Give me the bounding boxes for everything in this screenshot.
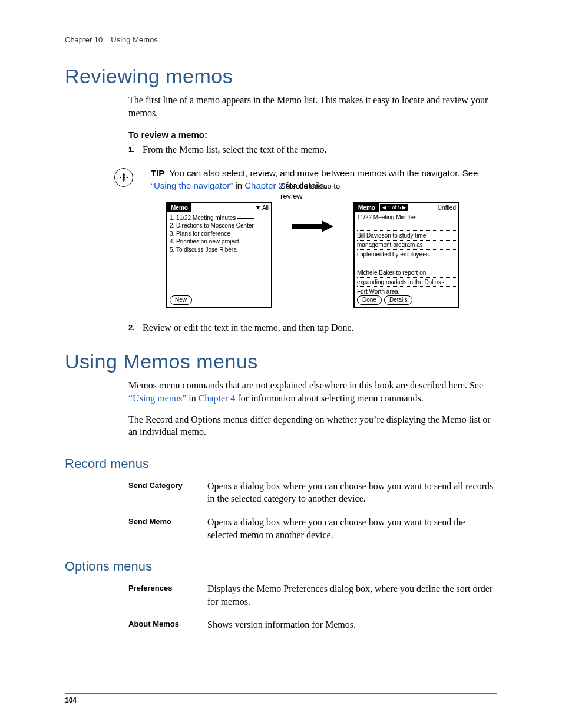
paragraph-reviewing: The first line of a memo appears in the …	[128, 94, 497, 119]
record-nav[interactable]: ◀ 1 of 5 ▶	[380, 204, 409, 211]
navigator-icon	[114, 168, 133, 187]
heading-reviewing-memos: Reviewing memos	[65, 65, 497, 88]
link-chapter-4[interactable]: Chapter 4	[199, 393, 236, 403]
chapter-label: Chapter 10	[65, 35, 103, 44]
list-item[interactable]: 5. To discuss Jose Ribera	[170, 246, 269, 254]
memo-line[interactable]	[357, 261, 456, 268]
table-row: Send Category Opens a dialog box where y…	[128, 480, 497, 505]
page: Chapter 10 Using Memos Reviewing memos T…	[0, 0, 562, 728]
desc-send-memo: Opens a dialog box where you can choose …	[207, 516, 497, 541]
arrow-right-icon	[292, 220, 333, 235]
term-preferences: Preferences	[128, 582, 207, 608]
svg-point-2	[120, 177, 121, 179]
memo-line[interactable]: expanding markets in the Dallas -	[357, 279, 456, 287]
svg-point-4	[123, 176, 125, 179]
options-menus-table: Preferences Displays the Memo Preference…	[128, 582, 497, 631]
link-using-menus[interactable]: “Using menus”	[128, 393, 186, 403]
memo-title-line[interactable]: 11/22 Meeting Minutes	[357, 214, 456, 222]
term-about-memos: About Memos	[128, 618, 207, 631]
tip-before: You can also select, review, and move be…	[169, 168, 478, 178]
list-item[interactable]: 3. Plans for conference	[170, 230, 269, 238]
next-icon: ▶	[402, 205, 406, 210]
procedure-title: To review a memo:	[128, 130, 497, 140]
page-number: 104	[65, 693, 497, 704]
category-dropdown[interactable]: All	[256, 205, 271, 211]
table-row: Send Memo Opens a dialog box where you c…	[128, 516, 497, 541]
chapter-title: Using Memos	[111, 35, 157, 44]
table-row: Preferences Displays the Memo Preference…	[128, 582, 497, 608]
term-send-category: Send Category	[128, 480, 207, 505]
memo-line[interactable]: Michele Baker to report on	[357, 269, 456, 278]
screen-title: Memo	[167, 203, 191, 212]
paragraph-menus-1: Memos menu commands that are not explain…	[128, 379, 497, 404]
svg-rect-5	[292, 224, 322, 229]
running-header: Chapter 10 Using Memos	[65, 35, 497, 47]
category-label[interactable]: Unfiled	[438, 205, 458, 211]
tip-label: TIP	[151, 168, 164, 178]
step-number: 2.	[128, 322, 143, 334]
step-number: 1.	[128, 144, 143, 156]
screen-title: Memo	[355, 203, 379, 212]
heading-options-menus: Options menus	[65, 559, 497, 574]
term-send-memo: Send Memo	[128, 516, 207, 541]
new-button[interactable]: New	[170, 295, 192, 305]
memo-line[interactable]: Fort Worth area.	[357, 288, 456, 294]
svg-marker-1	[123, 179, 125, 182]
desc-about-memos: Shows version information for Memos.	[207, 618, 356, 631]
svg-point-3	[127, 177, 128, 179]
callout-text: Select a memo to review	[280, 182, 345, 202]
tip-mid: in	[233, 180, 244, 190]
palm-screen-memo-list: Memo All 1. 11/22 Meeting minutes 2. Dir…	[166, 202, 272, 308]
list-item[interactable]: 4. Priorities on new project	[170, 238, 269, 246]
memo-line[interactable]: Bill Davidson to study time	[357, 232, 456, 241]
step-1: 1. From the Memo list, select the text o…	[128, 143, 497, 156]
desc-send-category: Opens a dialog box where you can choose …	[207, 480, 497, 505]
heading-record-menus: Record menus	[65, 456, 497, 472]
list-item[interactable]: 1. 11/22 Meeting minutes	[170, 214, 269, 222]
done-button[interactable]: Done	[357, 295, 382, 305]
heading-using-memos-menus: Using Memos menus	[65, 350, 497, 373]
link-chapter-2[interactable]: Chapter 2	[244, 180, 283, 190]
record-menus-table: Send Category Opens a dialog box where y…	[128, 480, 497, 541]
paragraph-menus-2: The Record and Options menus differ depe…	[128, 413, 497, 439]
memo-line[interactable]	[357, 223, 456, 231]
prev-icon: ◀	[382, 205, 386, 210]
step-2: 2. Review or edit the text in the memo, …	[128, 321, 497, 334]
palm-screen-memo-detail: Memo ◀ 1 of 5 ▶ Unfiled 11/22 Meeting Mi…	[353, 202, 459, 308]
list-item[interactable]: 2. Directions to Moscone Center	[170, 222, 269, 230]
memo-line[interactable]: management program as	[357, 242, 456, 250]
details-button[interactable]: Details	[384, 295, 413, 305]
memo-line[interactable]: implemented by employees.	[357, 251, 456, 259]
link-using-navigator[interactable]: “Using the navigator”	[151, 180, 233, 190]
svg-marker-6	[322, 220, 333, 232]
step-text: Review or edit the text in the memo, and…	[143, 321, 354, 334]
svg-marker-0	[123, 173, 125, 175]
table-row: About Memos Shows version information fo…	[128, 618, 497, 631]
figure-memo-screens: Memo All 1. 11/22 Meeting minutes 2. Dir…	[128, 202, 497, 308]
desc-preferences: Displays the Memo Preferences dialog box…	[207, 582, 497, 608]
step-text: From the Memo list, select the text of t…	[143, 143, 326, 156]
dropdown-icon	[256, 206, 260, 209]
